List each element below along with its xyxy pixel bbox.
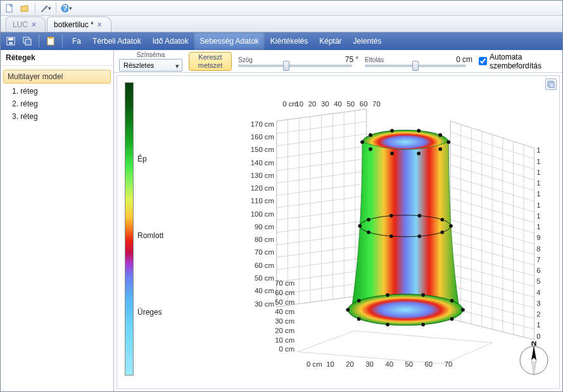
doc-tab-label: LUC (13, 20, 28, 29)
svg-point-86 (358, 224, 362, 228)
svg-text:130 cm: 130 cm (536, 190, 540, 198)
menu-item-idő-adatok[interactable]: Idő Adatok (147, 32, 194, 50)
auto-face-checkbox[interactable] (479, 57, 487, 65)
help-button[interactable]: ?▾ (60, 2, 73, 15)
svg-text:40: 40 (334, 100, 342, 108)
settings-button[interactable]: ▾ (39, 2, 52, 15)
svg-text:30 cm: 30 cm (275, 317, 294, 325)
ribbon-separator (62, 35, 63, 47)
tree-item-layer-1[interactable]: 1. réteg (1, 85, 113, 98)
export-image-button[interactable] (545, 79, 557, 90)
svg-text:20 cm: 20 cm (536, 310, 540, 318)
close-icon[interactable]: × (32, 20, 36, 29)
menu-item-kiértékelés[interactable]: Kiértékelés (265, 32, 313, 50)
clipboard-icon (46, 36, 56, 46)
tree-root-multilayer[interactable]: Multilayer model (3, 70, 111, 84)
svg-point-89 (418, 214, 422, 218)
svg-point-70 (348, 294, 463, 326)
svg-text:20: 20 (346, 360, 354, 368)
legend-label: Üreges (137, 308, 163, 317)
svg-text:70 cm: 70 cm (275, 279, 294, 287)
svg-text:70 cm: 70 cm (255, 248, 274, 256)
svg-text:60 cm: 60 cm (536, 267, 540, 274)
svg-point-78 (390, 129, 394, 132)
svg-text:?: ? (63, 4, 67, 13)
svg-text:10 cm: 10 cm (536, 321, 540, 329)
svg-text:150 cm: 150 cm (251, 146, 274, 153)
close-icon[interactable]: × (98, 20, 102, 29)
svg-marker-160 (531, 360, 536, 376)
svg-rect-9 (49, 37, 53, 39)
main-area: Rétegek Multilayer model 1. réteg2. réte… (1, 50, 562, 391)
open-document-button[interactable] (18, 2, 31, 15)
svg-text:0 cm: 0 cm (279, 345, 295, 353)
svg-text:120 cm: 120 cm (251, 184, 274, 192)
new-document-button[interactable] (3, 2, 16, 15)
svg-text:60 cm: 60 cm (275, 289, 294, 296)
svg-rect-4 (8, 38, 13, 41)
sidebar: Rétegek Multilayer model 1. réteg2. réte… (1, 50, 114, 391)
wrench-icon (40, 4, 47, 13)
offset-slider[interactable] (365, 65, 466, 67)
scene-3d[interactable]: 170 cm160 cm150 cm140 cm130 cm120 cm110 … (241, 76, 540, 382)
menu-item-fa[interactable]: Fa (66, 32, 87, 50)
ribbon-separator (39, 35, 39, 47)
svg-text:10: 10 (295, 100, 303, 108)
plan-button[interactable] (43, 34, 58, 48)
svg-text:150 cm: 150 cm (536, 168, 540, 176)
svg-point-87 (367, 218, 370, 222)
tree-item-layer-2[interactable]: 2. réteg (1, 98, 113, 110)
svg-text:60: 60 (360, 100, 368, 108)
svg-point-92 (450, 317, 454, 321)
compass-n-label: N (531, 341, 537, 348)
svg-point-72 (438, 148, 442, 151)
svg-rect-5 (9, 42, 13, 44)
svg-text:50 cm: 50 cm (275, 298, 294, 306)
color-legend: ÉpRomlottÜreges (125, 82, 169, 376)
color-scheme-select[interactable]: Részletes (119, 59, 182, 72)
svg-text:10: 10 (326, 360, 334, 368)
color-scheme-label: Színséma (137, 51, 165, 58)
svg-point-97 (357, 299, 361, 303)
menu-item-jelentés[interactable]: Jelentés (348, 32, 388, 50)
svg-point-91 (461, 308, 465, 312)
svg-point-88 (389, 214, 393, 218)
svg-rect-7 (25, 39, 31, 45)
svg-text:0 cm: 0 cm (536, 332, 540, 340)
color-scheme-group: Színséma Részletes (119, 51, 182, 72)
menu-item-képtár[interactable]: Képtár (313, 32, 347, 50)
svg-text:170 cm: 170 cm (536, 146, 540, 154)
cross-section-button[interactable]: Kereszt metszet (189, 52, 232, 71)
angle-slider[interactable] (238, 65, 352, 67)
svg-text:70: 70 (445, 360, 453, 368)
canvas-3d-view[interactable]: ÉpRomlottÜreges (117, 75, 560, 389)
svg-point-79 (417, 129, 421, 132)
svg-text:50: 50 (405, 360, 413, 368)
save-button[interactable] (3, 34, 18, 48)
svg-text:110 cm: 110 cm (536, 212, 540, 220)
tree-item-layer-3[interactable]: 3. réteg (1, 110, 113, 123)
menu-item-sebesség-adatok[interactable]: Sebesség Adatok (194, 32, 264, 50)
legend-label: Romlott (137, 231, 163, 240)
auto-face-checkbox-row[interactable]: Automata szembefordítás (479, 53, 555, 70)
svg-point-83 (418, 234, 422, 238)
svg-text:30: 30 (365, 360, 374, 368)
svg-point-90 (440, 218, 444, 222)
angle-group: Szög 75 ° (238, 55, 358, 67)
menu-item-térbeli-adatok[interactable]: Térbeli Adatok (87, 32, 147, 50)
svg-text:50 cm: 50 cm (255, 274, 274, 282)
toolbar-separator (56, 3, 56, 14)
new-document-icon (5, 4, 14, 13)
doc-tab-botkertiluc[interactable]: botkertiluc * × (47, 16, 111, 32)
doc-tab-label: botkertiluc * (54, 20, 94, 29)
svg-text:10 cm: 10 cm (275, 336, 294, 344)
svg-point-82 (440, 231, 444, 234)
duplicate-button[interactable] (20, 34, 35, 48)
svg-point-95 (357, 317, 361, 321)
svg-text:60: 60 (425, 360, 433, 368)
svg-text:20: 20 (308, 100, 317, 108)
system-toolbar: ▾ ?▾ (1, 1, 562, 16)
legend-gradient-bar (125, 82, 134, 376)
doc-tab-luc[interactable]: LUC × (6, 16, 46, 32)
svg-text:40: 40 (385, 360, 393, 368)
